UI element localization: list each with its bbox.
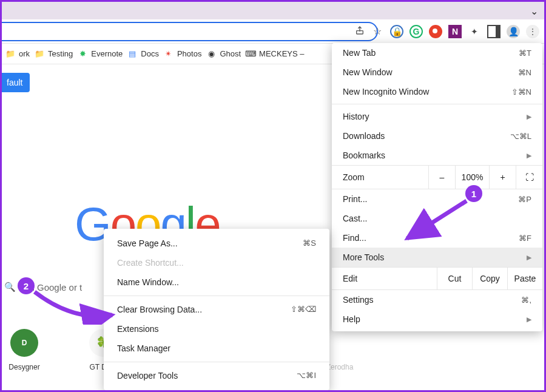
submenu-save-page[interactable]: Save Page As...⌘S [104,234,329,253]
bookmark-docs[interactable]: ▤Docs [127,49,159,59]
submenu-task-manager[interactable]: Task Manager [104,339,329,358]
shortcut-label: Desygner [8,363,39,371]
grammarly-icon[interactable]: G [410,25,423,38]
address-bar[interactable] [0,22,378,41]
bookmark-label: Testing [48,49,73,58]
onenote-icon[interactable]: N [448,25,462,38]
extensions-puzzle-icon[interactable]: ✦ [468,25,481,38]
docs-icon: ▤ [127,49,137,59]
more-tools-submenu: Save Page As...⌘S Create Shortcut... Nam… [104,229,329,390]
cut-button[interactable]: Cut [437,268,472,289]
keyboard-icon: ⌨ [246,49,255,59]
arrow-two [31,288,116,325]
opera-icon[interactable] [429,25,442,38]
copy-button[interactable]: Copy [472,268,507,289]
submenu-name-window[interactable]: Name Window... [104,272,329,292]
kebab-menu-icon[interactable]: ⋮ [526,25,539,38]
bookmark-meckeys[interactable]: ⌨MECKEYS – [246,49,304,59]
menu-bookmarks[interactable]: Bookmarks▶ [332,146,542,165]
profile-avatar[interactable]: 👤 [507,25,520,38]
submenu-extensions[interactable]: Extensions [104,319,329,339]
omnibox-actions: ☆ [355,25,385,38]
chevron-right-icon: ▶ [527,113,531,121]
sidepanel-icon[interactable] [487,25,500,38]
bookmark-label: Docs [141,49,159,58]
zoom-in-button[interactable]: + [489,166,516,189]
shortcut-icon: D [10,329,38,357]
bookmark-evernote[interactable]: ✸Evernote [78,49,123,59]
default-button[interactable]: fault [0,73,30,92]
chevron-right-icon: ▶ [527,152,531,160]
evernote-icon: ✸ [78,49,87,59]
star-icon[interactable]: ☆ [373,25,385,38]
folder-icon: 📁 [35,49,44,59]
chevron-right-icon: ▶ [527,254,531,262]
bookmark-label: MECKEYS – [259,49,304,58]
edit-label: Edit [332,268,437,289]
photos-icon: ✴ [164,49,174,59]
paste-button[interactable]: Paste [507,268,542,289]
share-icon[interactable] [355,25,367,38]
menu-zoom-row: Zoom – 100% + ⛶ [332,165,542,189]
menu-downloads[interactable]: Downloads⌥⌘L [332,126,542,146]
arrow-one [400,196,473,245]
menu-more-tools[interactable]: More Tools▶ [332,248,542,267]
window-titlebar: ⌄ [2,2,544,19]
bookmark-work[interactable]: 📁ork [5,49,30,59]
submenu-dev-tools[interactable]: Developer Tools⌥⌘I [104,366,329,385]
callout-one: 1 [465,185,482,202]
bookmark-photos[interactable]: ✴Photos [164,49,201,59]
menu-history[interactable]: History▶ [332,107,542,126]
fullscreen-button[interactable]: ⛶ [516,166,542,189]
chevron-right-icon: ▶ [527,316,531,323]
zoom-out-button[interactable]: – [428,166,455,189]
shortcut-label: Zerodha [326,363,354,371]
zoom-label: Zoom [332,166,428,188]
menu-settings[interactable]: Settings⌘, [332,290,542,309]
browser-toolbar: ☆ 🔒 G N ✦ 👤 ⋮ [2,19,544,44]
search-icon: 🔍 [4,282,16,292]
submenu-create-shortcut: Create Shortcut... [104,253,329,272]
menu-help[interactable]: Help▶ [332,309,542,329]
submenu-clear-data[interactable]: Clear Browsing Data...⇧⌘⌫ [104,300,329,319]
bookmark-label: Photos [177,49,201,58]
shortcut-desygner[interactable]: D Desygner [4,329,44,371]
bookmark-testing[interactable]: 📁Testing [35,49,73,59]
chrome-main-menu: New Tab⌘T New Window⌘N New Incognito Win… [332,43,542,331]
menu-new-tab[interactable]: New Tab⌘T [332,43,542,63]
folder-icon: 📁 [5,49,15,59]
callout-two: 2 [18,277,35,294]
bookmark-label: Ghost [220,49,241,58]
bookmark-label: Evernote [91,49,123,58]
lock-extension-icon[interactable]: 🔒 [390,25,403,38]
bookmark-label: ork [19,49,30,58]
ghost-icon: ◉ [206,49,216,59]
menu-edit-row: Edit Cut Copy Paste [332,267,542,290]
bookmark-ghost[interactable]: ◉Ghost [206,49,241,59]
chevron-down-icon[interactable]: ⌄ [530,5,538,17]
extension-icons: 🔒 G N ✦ 👤 ⋮ [390,25,539,38]
menu-new-window[interactable]: New Window⌘N [332,63,542,82]
menu-new-incognito[interactable]: New Incognito Window⇧⌘N [332,82,542,101]
